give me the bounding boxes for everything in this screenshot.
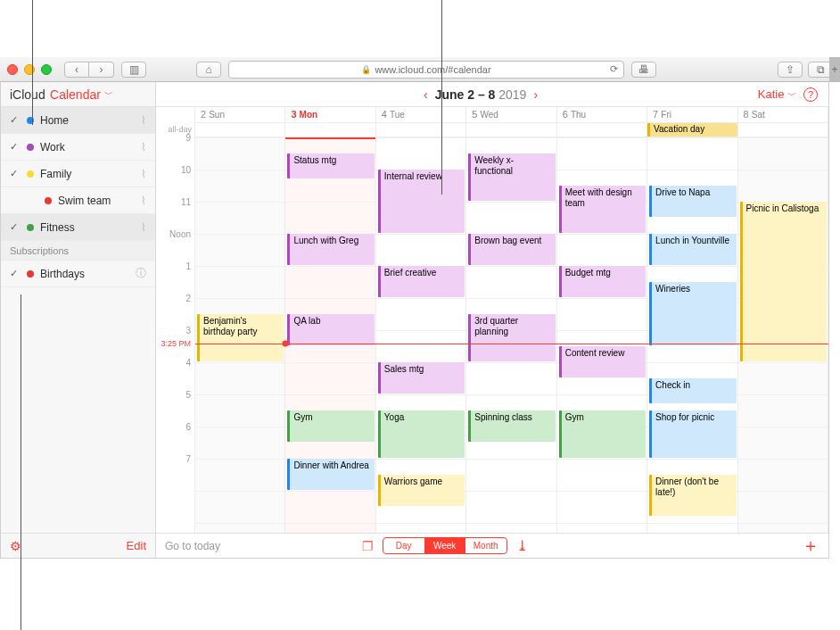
- day-column[interactable]: Drive to NapaLunch in YountvilleWineries…: [647, 137, 737, 533]
- event[interactable]: Dinner with Andrea: [287, 459, 374, 490]
- calendar-fitness[interactable]: ✓Fitness⌇: [1, 214, 155, 241]
- event[interactable]: Lunch with Greg: [287, 234, 374, 265]
- hour-label: 4: [156, 358, 191, 368]
- event[interactable]: Check in: [649, 378, 736, 403]
- url-bar[interactable]: 🔒 www.icloud.com/#calendar ⟳: [228, 61, 624, 79]
- event[interactable]: Benjamin's birthday party: [197, 314, 284, 361]
- calendar-work[interactable]: ✓Work⌇: [1, 134, 155, 161]
- event[interactable]: Dinner (don't be late!): [649, 475, 736, 516]
- event[interactable]: Status mtg: [287, 153, 374, 178]
- hour-label: 10: [156, 165, 191, 175]
- event[interactable]: Spinning class: [468, 410, 555, 442]
- share-icon[interactable]: ⇪: [778, 62, 803, 78]
- add-event-button[interactable]: ＋: [802, 534, 819, 558]
- checkbox-icon[interactable]: ✓: [10, 114, 21, 126]
- day-column[interactable]: Status mtgLunch with GregQA labGymDinner…: [285, 137, 375, 533]
- event[interactable]: Brown bag event: [468, 234, 555, 265]
- checkbox-icon[interactable]: ✓: [10, 268, 21, 279]
- share-icon[interactable]: ⌇: [141, 141, 146, 153]
- event[interactable]: Brief creative: [378, 266, 465, 297]
- view-week[interactable]: Week: [424, 538, 465, 553]
- event[interactable]: Warriors game: [378, 475, 465, 506]
- hour-label: Noon: [156, 229, 191, 239]
- window-close[interactable]: [7, 64, 18, 75]
- event[interactable]: Picnic in Calistoga: [740, 202, 827, 361]
- day-column[interactable]: Internal reviewBrief creativeSales mtgYo…: [376, 137, 466, 533]
- sidebar-toggle-icon[interactable]: ▥: [121, 62, 146, 78]
- hour-label: 3: [156, 326, 191, 336]
- calendar-color-dot: [27, 270, 34, 278]
- share-icon[interactable]: ⌇: [141, 221, 146, 234]
- event[interactable]: 3rd quarter planning: [468, 314, 555, 361]
- day-column[interactable]: Meet with design teamBudget mtgContent r…: [557, 137, 647, 533]
- event[interactable]: Yoga: [378, 410, 465, 458]
- section-subscriptions: Subscriptions: [1, 241, 155, 261]
- event[interactable]: Internal review: [378, 170, 465, 233]
- event[interactable]: Gym: [287, 410, 374, 442]
- hour-label: 2: [156, 294, 191, 303]
- day-column[interactable]: Picnic in Calistoga: [738, 137, 828, 533]
- view-month[interactable]: Month: [465, 538, 506, 553]
- day-header: 6 Thu: [557, 107, 647, 122]
- info-icon[interactable]: ⓘ: [136, 266, 146, 281]
- day-header: 8 Sat: [738, 107, 828, 122]
- event[interactable]: Shop for picnic: [649, 410, 736, 458]
- calendar-family[interactable]: ✓Family⌇: [1, 161, 155, 187]
- day-column[interactable]: Weekly x-functionalBrown bag event3rd qu…: [466, 137, 556, 533]
- checkbox-icon[interactable]: ✓: [10, 141, 21, 153]
- checkbox-icon[interactable]: ✓: [10, 168, 21, 179]
- next-week[interactable]: ›: [526, 87, 545, 102]
- top-sites-icon[interactable]: ⌂: [196, 62, 221, 78]
- share-icon[interactable]: ⌇: [141, 168, 146, 180]
- reload-icon[interactable]: ⟳: [610, 63, 618, 75]
- checkbox-icon[interactable]: ✓: [10, 221, 21, 233]
- hour-label: 7: [156, 454, 191, 464]
- event[interactable]: Wineries: [649, 282, 736, 345]
- chevron-down-icon: ﹀: [104, 88, 113, 101]
- allday-label: all-day: [156, 123, 195, 137]
- event[interactable]: Sales mtg: [378, 362, 465, 394]
- share-calendar-icon[interactable]: ❐: [362, 539, 374, 553]
- reader-icon[interactable]: 🖶: [631, 62, 656, 78]
- event[interactable]: Drive to Napa: [649, 186, 736, 217]
- window-minimize[interactable]: [24, 64, 35, 75]
- share-icon[interactable]: ⌇: [141, 195, 146, 207]
- window-zoom[interactable]: [41, 64, 52, 75]
- share-icon[interactable]: ⌇: [141, 114, 146, 127]
- allday-event[interactable]: Vacation day: [647, 123, 737, 137]
- app-switcher[interactable]: iCloud Calendar ﹀: [1, 82, 155, 107]
- account-menu[interactable]: Katie ﹀: [758, 87, 796, 102]
- event[interactable]: Gym: [559, 410, 646, 458]
- event[interactable]: QA lab: [287, 314, 374, 345]
- calendar-birthdays[interactable]: ✓Birthdaysⓘ: [1, 261, 155, 287]
- nav-forward[interactable]: ›: [89, 62, 114, 78]
- view-switch: DayWeekMonth: [383, 537, 507, 554]
- download-icon[interactable]: ⤓: [516, 537, 528, 554]
- edit-button[interactable]: Edit: [127, 539, 146, 552]
- day-column[interactable]: Benjamin's birthday party: [195, 137, 285, 533]
- event[interactable]: Lunch in Yountville: [649, 234, 736, 265]
- view-day[interactable]: Day: [383, 538, 424, 553]
- help-icon[interactable]: ?: [803, 87, 818, 102]
- hour-label: 5: [156, 390, 191, 400]
- nav-back[interactable]: ‹: [64, 62, 89, 78]
- calendar-label: Home: [40, 114, 135, 127]
- calendar-main: ‹ June 2 – 8 2019 › Katie ﹀ ? 91011Noon1…: [156, 82, 828, 558]
- event[interactable]: Weekly x-functional: [468, 153, 555, 201]
- new-tab-button[interactable]: +: [829, 57, 840, 82]
- calendar-home[interactable]: ✓Home⌇: [1, 107, 155, 134]
- event[interactable]: Meet with design team: [559, 186, 646, 233]
- calendar-swim-team[interactable]: Swim team⌇: [1, 187, 155, 214]
- go-to-today[interactable]: Go to today: [165, 540, 220, 552]
- lock-icon: 🔒: [361, 65, 371, 74]
- event[interactable]: Content review: [559, 346, 646, 377]
- calendar-color-dot: [27, 144, 34, 151]
- calendar-label: Family: [40, 168, 135, 180]
- sidebar: iCloud Calendar ﹀ ✓Home⌇✓Work⌇✓Family⌇Sw…: [1, 82, 156, 558]
- hour-label: 11: [156, 197, 191, 207]
- prev-week[interactable]: ‹: [416, 87, 435, 102]
- hour-label: 6: [156, 422, 191, 432]
- event[interactable]: Budget mtg: [559, 266, 646, 297]
- url-text: www.icloud.com/#calendar: [375, 64, 490, 75]
- day-header: 2 Sun: [195, 107, 285, 122]
